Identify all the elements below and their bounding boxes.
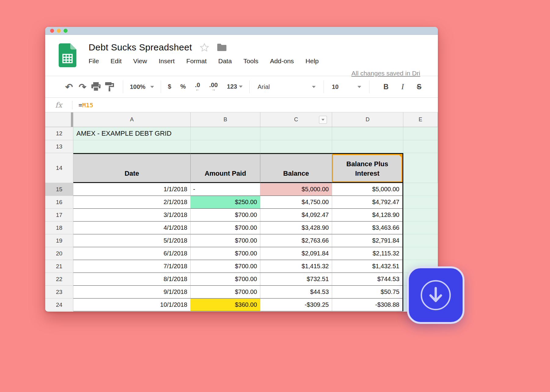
- cell-b12[interactable]: [191, 127, 260, 140]
- cell-amount-paid[interactable]: -: [191, 183, 260, 196]
- menu-tools[interactable]: Tools: [244, 57, 258, 65]
- cell-balance[interactable]: $2,091.84: [260, 247, 332, 260]
- select-all-corner[interactable]: [45, 112, 73, 127]
- cell-empty-e[interactable]: [403, 196, 438, 209]
- cell-date[interactable]: 1/1/2018: [73, 183, 191, 196]
- row-header-13[interactable]: 13: [45, 140, 73, 153]
- zoom-select[interactable]: 100%: [130, 83, 154, 90]
- cell-date[interactable]: 7/1/2018: [73, 260, 191, 273]
- cell-balance-plus-interest[interactable]: $2,115.32: [332, 247, 403, 260]
- google-sheets-logo-icon[interactable]: [59, 43, 76, 76]
- undo-icon[interactable]: ↶: [62, 82, 76, 92]
- cell-date[interactable]: 2/1/2018: [73, 196, 191, 209]
- cell-balance-plus-interest[interactable]: $1,432.51: [332, 260, 403, 273]
- row-header[interactable]: 20: [45, 247, 73, 260]
- italic-button[interactable]: I: [402, 82, 404, 91]
- cell-d13[interactable]: [332, 140, 403, 153]
- cell-balance[interactable]: $44.53: [260, 286, 332, 299]
- bold-button[interactable]: B: [383, 83, 389, 91]
- increase-decimal-button[interactable]: .00 →: [209, 82, 218, 91]
- cell-a13[interactable]: [73, 140, 191, 153]
- cell-c12[interactable]: [260, 127, 332, 140]
- cell-empty-e[interactable]: [403, 222, 438, 234]
- cell-balance[interactable]: -$309.25: [260, 299, 332, 311]
- column-header-b[interactable]: B: [191, 112, 260, 127]
- column-header-e[interactable]: E: [403, 112, 438, 127]
- cell-amount-paid[interactable]: $700.00: [191, 222, 260, 234]
- formula-input[interactable]: =M15: [79, 101, 93, 109]
- column-c-dropdown-button[interactable]: [319, 116, 327, 124]
- decrease-decimal-button[interactable]: .0 ←: [195, 82, 200, 91]
- menu-view[interactable]: View: [133, 57, 147, 65]
- row-header[interactable]: 23: [45, 286, 73, 299]
- print-icon[interactable]: [89, 82, 103, 91]
- row-header[interactable]: 16: [45, 196, 73, 209]
- cell-empty-e[interactable]: [403, 209, 438, 222]
- close-window-button[interactable]: [50, 29, 54, 33]
- menu-data[interactable]: Data: [218, 57, 232, 65]
- cell-d12[interactable]: [332, 127, 403, 140]
- redo-icon[interactable]: ↷: [76, 82, 89, 92]
- cell-balance-plus-interest[interactable]: $2,791.84: [332, 234, 403, 247]
- row-header[interactable]: 18: [45, 222, 73, 234]
- cell-balance[interactable]: $1,415.32: [260, 260, 332, 273]
- cell-empty-e[interactable]: [403, 247, 438, 260]
- font-size-select[interactable]: 10: [332, 83, 361, 90]
- cell-empty-e[interactable]: [403, 234, 438, 247]
- cell-b13[interactable]: [191, 140, 260, 153]
- row-header[interactable]: 24: [45, 299, 73, 311]
- cell-balance-plus-interest[interactable]: $744.53: [332, 273, 403, 286]
- save-status-link[interactable]: All changes saved in Dri: [351, 70, 420, 77]
- menu-file[interactable]: File: [89, 57, 99, 65]
- font-family-select[interactable]: Arial: [258, 83, 316, 90]
- cell-date[interactable]: 6/1/2018: [73, 247, 191, 260]
- cell-date[interactable]: 3/1/2018: [73, 209, 191, 222]
- cell-date[interactable]: 5/1/2018: [73, 234, 191, 247]
- table-header-balance-plus-interest[interactable]: Balance Plus Interest: [332, 153, 403, 183]
- cell-e14[interactable]: [403, 153, 438, 183]
- cell-date[interactable]: 4/1/2018: [73, 222, 191, 234]
- format-percent-button[interactable]: %: [180, 83, 186, 90]
- cell-balance-plus-interest[interactable]: $5,000.00: [332, 183, 403, 196]
- cell-amount-paid[interactable]: $700.00: [191, 247, 260, 260]
- move-to-folder-icon[interactable]: [217, 43, 227, 51]
- cell-date[interactable]: 9/1/2018: [73, 286, 191, 299]
- cell-balance[interactable]: $5,000.00: [260, 183, 332, 196]
- cell-e12[interactable]: [403, 127, 438, 140]
- cell-amount-paid[interactable]: $700.00: [191, 260, 260, 273]
- paint-format-icon[interactable]: [103, 82, 116, 92]
- cell-e13[interactable]: [403, 140, 438, 153]
- cell-amount-paid[interactable]: $700.00: [191, 273, 260, 286]
- download-button[interactable]: [407, 266, 464, 324]
- cell-balance[interactable]: $732.51: [260, 273, 332, 286]
- column-header-c[interactable]: C: [260, 112, 332, 127]
- row-header[interactable]: 15: [45, 183, 73, 196]
- table-header-date[interactable]: Date: [73, 153, 191, 183]
- zoom-window-button[interactable]: [64, 29, 68, 33]
- cell-balance-plus-interest[interactable]: $50.75: [332, 286, 403, 299]
- row-header-14[interactable]: 14: [45, 153, 73, 183]
- menu-insert[interactable]: Insert: [159, 57, 175, 65]
- strikethrough-button[interactable]: S: [417, 83, 421, 91]
- minimize-window-button[interactable]: [57, 29, 61, 33]
- cell-c13[interactable]: [260, 140, 332, 153]
- cell-amount-paid[interactable]: $700.00: [191, 209, 260, 222]
- cell-amount-paid[interactable]: $700.00: [191, 234, 260, 247]
- row-header[interactable]: 17: [45, 209, 73, 222]
- cell-balance-plus-interest[interactable]: $3,463.66: [332, 222, 403, 234]
- menu-addons[interactable]: Add-ons: [270, 57, 294, 65]
- row-header[interactable]: 19: [45, 234, 73, 247]
- cell-date[interactable]: 10/1/2018: [73, 299, 191, 311]
- cell-a12[interactable]: AMEX - EXAMPLE DEBT GRID: [73, 127, 191, 140]
- column-header-a[interactable]: A: [73, 112, 191, 127]
- row-header-12[interactable]: 12: [45, 127, 73, 140]
- menu-edit[interactable]: Edit: [111, 57, 122, 65]
- cell-amount-paid[interactable]: $250.00: [191, 196, 260, 209]
- cell-balance[interactable]: $4,750.00: [260, 196, 332, 209]
- cell-balance-plus-interest[interactable]: $4,128.90: [332, 209, 403, 222]
- cell-empty-e[interactable]: [403, 183, 438, 196]
- cell-balance[interactable]: $3,428.90: [260, 222, 332, 234]
- cell-balance-plus-interest[interactable]: $4,792.47: [332, 196, 403, 209]
- menu-format[interactable]: Format: [186, 57, 207, 65]
- number-format-menu[interactable]: 123: [227, 83, 243, 90]
